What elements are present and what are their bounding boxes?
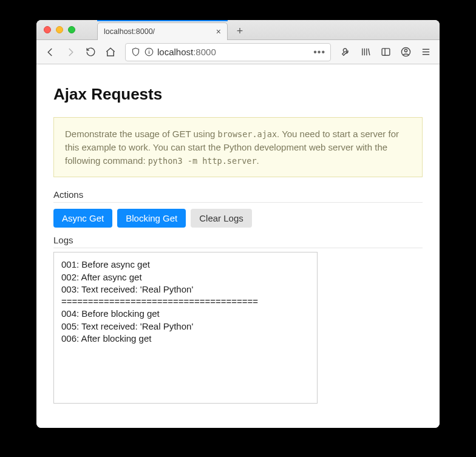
- clear-logs-button[interactable]: Clear Logs: [191, 209, 252, 228]
- svg-line-6: [368, 49, 369, 55]
- tab-active-indicator: [97, 20, 228, 21]
- reload-button[interactable]: [81, 43, 100, 61]
- async-get-button[interactable]: Async Get: [53, 209, 112, 228]
- window-controls: [44, 26, 75, 33]
- alert-code: browser.ajax: [218, 129, 277, 139]
- page-content: Ajax Requests Demonstrate the usage of G…: [36, 64, 440, 428]
- svg-point-10: [404, 49, 407, 52]
- forward-button[interactable]: [61, 43, 80, 61]
- info-alert: Demonstrate the usage of GET using brows…: [53, 117, 423, 177]
- logs-output[interactable]: 001: Before async get 002: After async g…: [53, 252, 318, 404]
- dev-tools-button[interactable]: [336, 43, 355, 61]
- page-title: Ajax Requests: [53, 85, 423, 104]
- library-button[interactable]: [356, 43, 375, 61]
- shield-icon: [131, 47, 140, 57]
- window-minimize-button[interactable]: [56, 26, 63, 33]
- app-menu-button[interactable]: [416, 43, 435, 61]
- alert-text: .: [257, 155, 259, 166]
- browser-tab[interactable]: localhost:8000/ ×: [97, 22, 228, 40]
- tab-close-icon[interactable]: ×: [216, 27, 221, 36]
- home-button[interactable]: [101, 43, 120, 61]
- browser-toolbar: localhost:8000 •••: [36, 40, 440, 64]
- alert-text: Demonstrate the usage of GET using: [65, 129, 218, 139]
- info-icon[interactable]: [144, 47, 154, 57]
- actions-label: Actions: [53, 189, 423, 203]
- logs-label: Logs: [53, 235, 423, 248]
- window-zoom-button[interactable]: [68, 26, 75, 33]
- svg-rect-7: [382, 49, 390, 55]
- window-titlebar: localhost:8000/ × +: [36, 20, 440, 40]
- browser-window: localhost:8000/ × + localhost:8000 •••: [36, 20, 440, 428]
- back-button[interactable]: [41, 43, 59, 61]
- actions-row: Async Get Blocking Get Clear Logs: [53, 209, 423, 228]
- account-button[interactable]: [396, 43, 415, 61]
- url-host: localhost:8000: [157, 47, 216, 57]
- sidebar-button[interactable]: [376, 43, 395, 61]
- new-tab-button[interactable]: +: [233, 24, 247, 38]
- tab-title: localhost:8000/: [104, 27, 216, 36]
- window-close-button[interactable]: [44, 26, 51, 33]
- alert-code: python3 -m http.server: [148, 156, 257, 166]
- blocking-get-button[interactable]: Blocking Get: [117, 209, 186, 228]
- page-actions-icon[interactable]: •••: [313, 47, 325, 58]
- svg-point-2: [148, 50, 149, 50]
- url-bar[interactable]: localhost:8000 •••: [125, 43, 331, 61]
